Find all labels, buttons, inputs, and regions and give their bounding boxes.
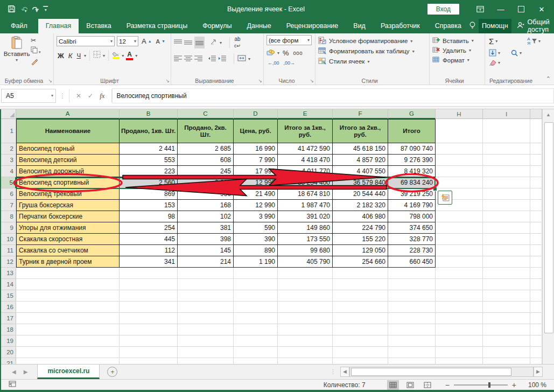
row-header-10[interactable]: 10 [0, 234, 16, 245]
cell-A20[interactable] [16, 347, 120, 358]
column-header-D[interactable]: D [234, 109, 278, 119]
cell-B17[interactable] [120, 313, 178, 324]
merge-center-icon[interactable] [237, 54, 246, 64]
column-header-partial[interactable] [530, 109, 542, 119]
cell-H3[interactable] [436, 155, 483, 166]
row-header-6[interactable]: 6 [0, 188, 16, 200]
cell-G11[interactable]: 228 730 [388, 245, 436, 256]
ribbon-display-options-icon[interactable] [471, 2, 489, 17]
cell-A16[interactable] [16, 302, 120, 313]
cell-C21[interactable] [178, 358, 234, 364]
clear-icon[interactable]: ▾ [488, 59, 501, 66]
cell-D10[interactable]: 390 [234, 234, 278, 245]
cell-C18[interactable] [178, 324, 234, 335]
cell-B11[interactable]: 112 [120, 245, 178, 256]
cell-H19[interactable] [436, 335, 483, 347]
cell[interactable] [530, 358, 542, 364]
share-button[interactable]: Общий доступ [517, 18, 554, 33]
cell-E17[interactable] [278, 313, 333, 324]
cell-G14[interactable] [388, 279, 436, 290]
cell-A6[interactable]: Велосипед трековый [16, 188, 120, 200]
cell-C16[interactable] [178, 302, 234, 313]
cell-E9[interactable]: 149 860 [278, 222, 333, 234]
cell-H1[interactable] [436, 119, 483, 143]
cell-C15[interactable] [178, 290, 234, 302]
cell-A14[interactable] [16, 279, 120, 290]
cell-G10[interactable]: 328 770 [388, 234, 436, 245]
cell-H10[interactable] [436, 234, 483, 245]
cell-F1[interactable]: Итого за 2кв., руб. [333, 119, 388, 143]
cell[interactable] [530, 222, 542, 234]
column-header-A[interactable]: A [16, 109, 120, 119]
cell-F15[interactable] [333, 290, 388, 302]
find-select-icon[interactable]: ▾ [510, 49, 523, 57]
cell[interactable] [530, 335, 542, 347]
underline-chevron-icon[interactable]: ▾ [84, 53, 86, 58]
tab-Рецензирование[interactable]: Рецензирование [279, 19, 346, 33]
cell-I10[interactable] [483, 234, 530, 245]
align-right-icon[interactable] [194, 54, 202, 64]
vertical-scrollbar[interactable]: ▲ [542, 109, 554, 364]
cell-E21[interactable] [278, 358, 333, 364]
cell[interactable] [530, 177, 542, 188]
tab-file[interactable]: Файл [0, 19, 38, 33]
scroll-right-icon[interactable]: ▶ [534, 367, 543, 377]
cell-D4[interactable]: 17 990 [234, 166, 278, 177]
assistant-area[interactable]: Помощн [469, 19, 511, 33]
cell[interactable] [530, 245, 542, 256]
cell-D3[interactable]: 7 990 [234, 155, 278, 166]
font-size-combo[interactable]: 12▾ [117, 36, 138, 46]
tab-Вид[interactable]: Вид [346, 19, 373, 33]
macro-record-icon[interactable] [9, 381, 16, 389]
cell-D8[interactable]: 3 990 [234, 211, 278, 222]
cell[interactable] [530, 188, 542, 200]
tab-Вставка[interactable]: Вставка [79, 19, 118, 33]
decrease-decimal-icon[interactable]: ,00→ [283, 60, 297, 66]
select-all-button[interactable] [0, 109, 16, 119]
cell-F7[interactable]: 2 182 320 [333, 200, 388, 211]
cell-D15[interactable] [234, 290, 278, 302]
cell-H13[interactable] [436, 268, 483, 279]
cell-I6[interactable] [483, 188, 530, 200]
cell-E11[interactable]: 99 680 [278, 245, 333, 256]
row-header-17[interactable]: 17 [0, 313, 16, 324]
column-header-G[interactable]: G [388, 109, 436, 119]
cell[interactable] [530, 347, 542, 358]
cell-D18[interactable] [234, 324, 278, 335]
zoom-level[interactable]: 100 % [522, 381, 546, 389]
cell-I11[interactable] [483, 245, 530, 256]
cell-F2[interactable]: 45 618 150 [333, 143, 388, 155]
cell-I19[interactable] [483, 335, 530, 347]
scroll-left-icon[interactable]: ◀ [340, 367, 349, 377]
cell-E14[interactable] [278, 279, 333, 290]
cell-E18[interactable] [278, 324, 333, 335]
cell-H8[interactable] [436, 211, 483, 222]
cells-item-3[interactable]: Формат▾ [432, 56, 482, 64]
cell-I21[interactable] [483, 358, 530, 364]
number-dialog-launcher-icon[interactable]: ↘ [310, 78, 314, 83]
cell-E10[interactable]: 173 550 [278, 234, 333, 245]
cell-F21[interactable] [333, 358, 388, 364]
row-header-14[interactable]: 14 [0, 279, 16, 290]
zoom-slider-handle[interactable] [488, 382, 490, 388]
cell[interactable] [530, 302, 542, 313]
number-format-combo[interactable]: (все форм▾ [267, 35, 312, 45]
cell-A8[interactable]: Перчатки боксерские [16, 211, 120, 222]
cell[interactable] [530, 279, 542, 290]
cell-E20[interactable] [278, 347, 333, 358]
tab-Формулы[interactable]: Формулы [195, 19, 239, 33]
cell[interactable] [530, 234, 542, 245]
cell-B1[interactable]: Продано, 1кв. Шт. [120, 119, 178, 143]
cell-H17[interactable] [436, 313, 483, 324]
zoom-in-icon[interactable]: + [512, 381, 516, 389]
cell-F9[interactable]: 224 790 [333, 222, 388, 234]
tab-Справка[interactable]: Справка [427, 19, 469, 33]
cell-A1[interactable]: Наименование [16, 119, 120, 143]
cell-H2[interactable] [436, 143, 483, 155]
new-sheet-icon[interactable]: + [107, 367, 117, 377]
cell-D2[interactable]: 16 990 [234, 143, 278, 155]
styles-item-1[interactable]: Условное форматирование▾ [318, 37, 426, 45]
cell-G3[interactable]: 9 276 390 [388, 155, 436, 166]
cell-A12[interactable]: Турник в дверной проем [16, 256, 120, 268]
row-header-21[interactable]: 21 [0, 358, 16, 364]
